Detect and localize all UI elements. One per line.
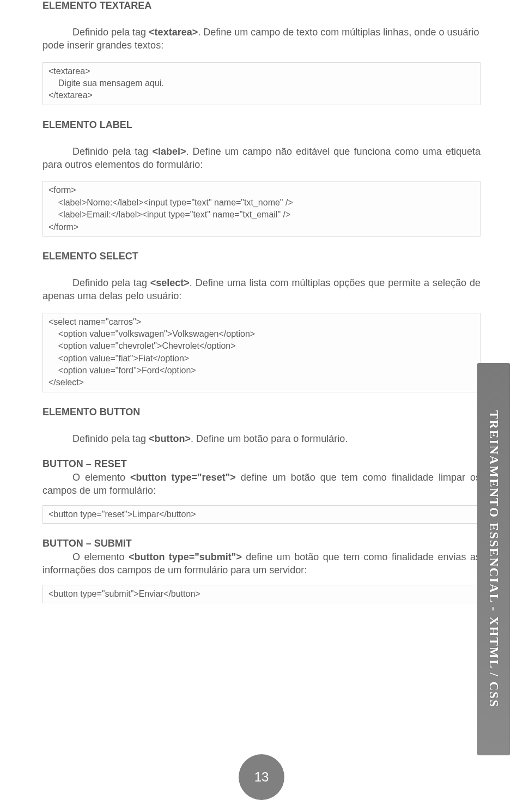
sidebar-banner: TREINAMENTO ESSENCIAL - XHTML / CSS xyxy=(477,363,510,755)
text: Definido pela tag xyxy=(72,146,152,157)
code-block-label: <form> <label>Nome:</label><input type="… xyxy=(42,181,481,237)
code-block-button-submit: <button type="submit">Enviar</button> xyxy=(42,585,481,603)
code-line: <option value="fiat">Fiat</option> xyxy=(48,353,475,365)
tag-bold: <button type="reset"> xyxy=(130,472,236,483)
heading-textarea: ELEMENTO TEXTAREA xyxy=(42,0,481,11)
paragraph-button-submit: O elemento <button type="submit"> define… xyxy=(42,550,481,577)
code-block-textarea: <textarea> Digite sua mensagem aqui. </t… xyxy=(42,62,481,105)
tag-bold: <button> xyxy=(149,433,191,444)
code-line: <select name="carros"> xyxy=(48,316,475,328)
code-line: <option value="chevrolet">Chevrolet</opt… xyxy=(48,340,475,352)
paragraph-textarea: Definido pela tag <textarea>. Define um … xyxy=(42,26,481,52)
code-line: <button type="reset">Limpar</button> xyxy=(48,508,475,520)
tag-bold: <button type="submit"> xyxy=(129,552,242,562)
subheading-button-reset: BUTTON – RESET xyxy=(42,458,481,470)
heading-select: ELEMENTO SELECT xyxy=(42,251,481,262)
subheading-button-submit: BUTTON – SUBMIT xyxy=(42,538,481,549)
text: . Define um botão para o formulário. xyxy=(191,433,348,444)
paragraph-button: Definido pela tag <button>. Define um bo… xyxy=(42,432,481,445)
text: Definido pela tag xyxy=(72,433,149,444)
sidebar-text: TREINAMENTO ESSENCIAL - XHTML / CSS xyxy=(486,410,501,708)
paragraph-button-reset: O elemento <button type="reset"> define … xyxy=(42,471,481,498)
code-line: <button type="submit">Enviar</button> xyxy=(48,588,475,600)
paragraph-select: Definido pela tag <select>. Define uma l… xyxy=(42,276,481,303)
tag-bold: <textarea> xyxy=(149,27,198,38)
code-line: <textarea> xyxy=(48,65,475,77)
page-number-badge: 13 xyxy=(239,754,284,800)
text: Definido pela tag xyxy=(72,27,149,38)
document-content: ELEMENTO TEXTAREA Definido pela tag <tex… xyxy=(0,0,523,603)
page-number: 13 xyxy=(254,769,269,785)
code-line: <option value="ford">Ford</option> xyxy=(48,365,475,377)
code-line: </select> xyxy=(48,377,475,389)
text: O elemento xyxy=(72,472,130,483)
code-line: <label>Nome:</label><input type="text" n… xyxy=(48,197,475,209)
heading-label: ELEMENTO LABEL xyxy=(42,119,481,131)
code-line: Digite sua mensagem aqui. xyxy=(48,77,475,89)
code-line: </textarea> xyxy=(48,89,475,101)
code-line: <label>Email:</label><input type="text" … xyxy=(48,209,475,221)
text: Definido pela tag xyxy=(72,277,150,288)
paragraph-label: Definido pela tag <label>. Define um cam… xyxy=(42,145,481,172)
heading-button: ELEMENTO BUTTON xyxy=(42,407,481,418)
tag-bold: <label> xyxy=(152,146,186,157)
code-block-select: <select name="carros"> <option value="vo… xyxy=(42,313,481,392)
code-line: </form> xyxy=(48,221,475,233)
code-block-button-reset: <button type="reset">Limpar</button> xyxy=(42,505,481,524)
code-line: <form> xyxy=(48,184,475,196)
tag-bold: <select> xyxy=(150,277,190,288)
code-line: <option value="volkswagen">Volkswagen</o… xyxy=(48,328,475,340)
text: O elemento xyxy=(72,552,129,562)
